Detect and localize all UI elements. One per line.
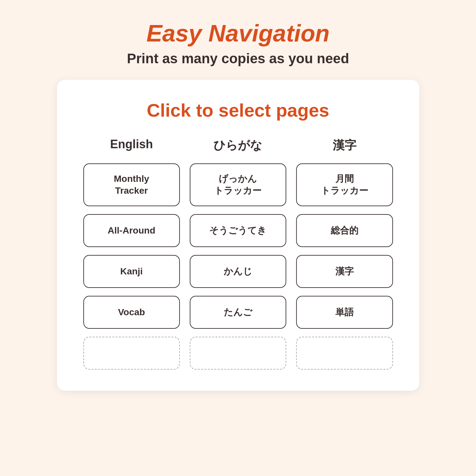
card-title: Click to select pages [147,99,329,121]
subtitle: Print as many copies as you need [127,51,349,67]
col-header-kanji: 漢字 [296,137,393,154]
btn-kanji-hiragana[interactable]: かんじ [190,255,286,288]
btn-more-english[interactable] [83,337,180,370]
btn-kanji-kanji[interactable]: 漢字 [296,255,393,288]
grid-row-1: MonthlyTracker げっかんトラッカー 月間トラッカー [83,163,393,206]
column-headers: English ひらがな 漢字 [83,137,393,154]
grid-container: English ひらがな 漢字 MonthlyTracker げっかんトラッカー… [83,137,393,378]
btn-monthly-tracker-kanji[interactable]: 月間トラッカー [296,163,393,206]
grid-row-3: Kanji かんじ 漢字 [83,255,393,288]
col-header-english: English [83,137,180,154]
btn-vocab-hiragana[interactable]: たんご [190,296,286,329]
grid-row-4: Vocab たんご 単語 [83,296,393,329]
btn-kanji-english[interactable]: Kanji [83,255,180,288]
grid-row-5 [83,337,393,370]
col-header-hiragana: ひらがな [190,137,286,154]
navigation-card: Click to select pages English ひらがな 漢字 Mo… [57,80,419,391]
btn-vocab-english[interactable]: Vocab [83,296,180,329]
btn-all-around-kanji[interactable]: 総合的 [296,214,393,247]
btn-vocab-kanji[interactable]: 単語 [296,296,393,329]
grid-row-2: All-Around そうごうてき 総合的 [83,214,393,247]
btn-all-around-hiragana[interactable]: そうごうてき [190,214,286,247]
btn-monthly-tracker-hiragana[interactable]: げっかんトラッカー [190,163,286,206]
btn-all-around-english[interactable]: All-Around [83,214,180,247]
btn-more-kanji[interactable] [296,337,393,370]
main-title: Easy Navigation [127,20,349,47]
header-section: Easy Navigation Print as many copies as … [127,20,349,67]
btn-more-hiragana[interactable] [190,337,286,370]
btn-monthly-tracker-english[interactable]: MonthlyTracker [83,163,180,206]
